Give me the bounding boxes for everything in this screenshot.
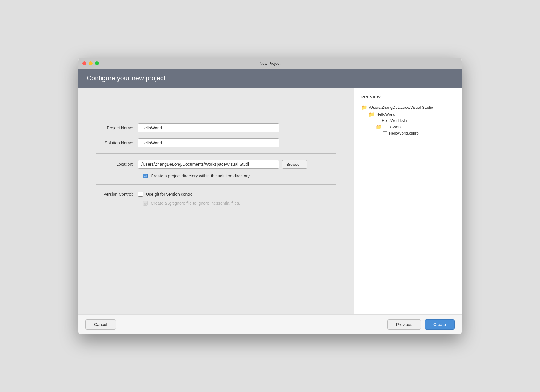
minimize-button[interactable]	[89, 61, 93, 65]
location-row: Location: Browse...	[96, 160, 336, 169]
divider-1	[96, 153, 336, 154]
tree-item-helloworld-name: HelloWorld	[376, 112, 395, 117]
tree-item-root: 📁 /Users/ZhangDeL...ace/Visual Studio	[361, 104, 455, 111]
project-name-label: Project Name:	[96, 126, 138, 130]
use-git-row: Version Control: Use git for version con…	[96, 192, 336, 197]
footer-right: Previous Create	[387, 319, 455, 330]
left-panel: Project Name: Solution Name: Location: B…	[78, 88, 354, 314]
solution-name-row: Solution Name:	[96, 138, 336, 147]
file-icon-csproj	[383, 131, 387, 135]
tree-item-helloworld-folder: 📁 HelloWorld	[361, 123, 455, 130]
folder-icon-root: 📁	[361, 105, 367, 110]
project-name-row: Project Name:	[96, 123, 336, 132]
tree-item-helloworld: 📁 HelloWorld	[361, 111, 455, 118]
tree-item-root-name: /Users/ZhangDeL...ace/Visual Studio	[369, 105, 433, 110]
divider-2	[96, 184, 336, 185]
right-panel: PREVIEW 📁 /Users/ZhangDeL...ace/Visual S…	[354, 88, 462, 314]
header: Configure your new project	[78, 69, 462, 88]
close-button[interactable]	[82, 61, 86, 65]
solution-name-input[interactable]	[138, 138, 279, 147]
footer: Cancel Previous Create	[78, 314, 462, 334]
use-git-checkbox[interactable]	[138, 192, 143, 197]
maximize-button[interactable]	[95, 61, 99, 65]
create-dir-row: Create a project directory within the so…	[143, 174, 336, 178]
cancel-button[interactable]: Cancel	[85, 319, 116, 330]
tree-item-sln-name: HelloWorld.sln	[382, 118, 407, 123]
page-title: Configure your new project	[87, 74, 165, 82]
tree-item-csproj-name: HelloWorld.csproj	[389, 131, 420, 135]
gitignore-checkbox	[143, 201, 148, 206]
folder-icon-helloworld-2: 📁	[376, 124, 382, 130]
use-git-label: Use git for version control.	[146, 192, 195, 197]
create-dir-checkbox[interactable]	[143, 174, 148, 178]
version-control-section: Version Control: Use git for version con…	[96, 192, 336, 206]
traffic-lights	[82, 61, 99, 65]
gitignore-label: Create a .gitignore file to ignore iness…	[151, 201, 240, 206]
solution-name-label: Solution Name:	[96, 141, 138, 145]
create-dir-label: Create a project directory within the so…	[151, 174, 251, 178]
tree-item-csproj: HelloWorld.csproj	[361, 130, 455, 136]
previous-button[interactable]: Previous	[387, 319, 421, 330]
create-button[interactable]: Create	[425, 319, 455, 330]
main-content: Project Name: Solution Name: Location: B…	[78, 88, 462, 314]
project-name-input[interactable]	[138, 123, 279, 132]
form-section: Project Name: Solution Name: Location: B…	[96, 123, 336, 209]
gitignore-row: Create a .gitignore file to ignore iness…	[143, 201, 336, 206]
browse-button[interactable]: Browse...	[282, 160, 307, 169]
folder-icon-helloworld: 📁	[369, 111, 375, 117]
location-label: Location:	[96, 162, 138, 167]
version-control-label: Version Control:	[96, 192, 138, 197]
window-title: New Project	[260, 61, 280, 66]
title-bar: New Project	[78, 58, 462, 69]
preview-title: PREVIEW	[361, 95, 455, 99]
location-input[interactable]	[138, 160, 279, 169]
file-icon-sln	[376, 119, 380, 123]
tree-item-helloworld-folder-name: HelloWorld	[384, 125, 402, 129]
window: New Project Configure your new project P…	[78, 58, 462, 334]
tree-item-sln: HelloWorld.sln	[361, 118, 455, 123]
